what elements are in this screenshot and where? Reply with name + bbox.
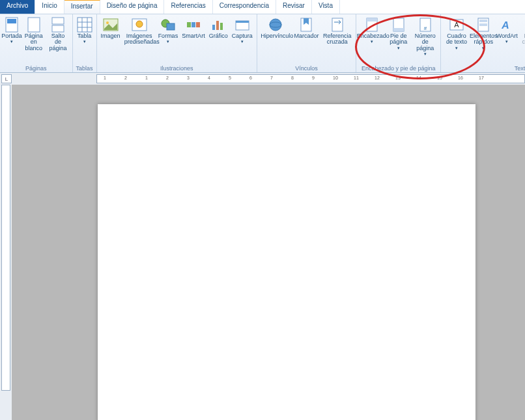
- hyperlink-icon: [268, 17, 283, 33]
- svg-rect-16: [187, 22, 191, 27]
- svg-rect-4: [52, 25, 64, 32]
- group-ilustraciones-label: Ilustraciones: [99, 64, 255, 72]
- group-tablas-label: Tablas: [75, 64, 94, 72]
- smartart-button[interactable]: SmartArt: [180, 16, 207, 64]
- chart-label: Gráfico: [209, 33, 228, 39]
- ribbon: Portada▾ Página en blanco Salto de págin…: [0, 14, 525, 73]
- vertical-ruler-area: [0, 85, 12, 420]
- document-page[interactable]: [98, 104, 475, 420]
- chart-icon: [210, 17, 226, 33]
- bookmark-label: Marcador: [294, 33, 319, 39]
- group-tablas: Tabla▾ Tablas: [73, 14, 97, 72]
- quickparts-button[interactable]: Elementos rápidos▾: [470, 16, 497, 64]
- clipart-button[interactable]: Imágenes prediseñadas: [122, 16, 156, 64]
- svg-text:A: A: [454, 21, 459, 29]
- table-label: Tabla: [78, 33, 92, 39]
- textbox-icon: A: [449, 17, 464, 33]
- hyperlink-label: Hipervínculo: [261, 33, 291, 39]
- wordart-button[interactable]: A WordArt▾: [497, 16, 517, 64]
- cover-page-label: Portada: [1, 33, 22, 39]
- clipart-label: Imágenes prediseñadas: [124, 33, 154, 46]
- svg-rect-15: [167, 23, 175, 30]
- tab-inicio[interactable]: Inicio: [35, 0, 64, 14]
- svg-rect-3: [52, 18, 64, 24]
- table-icon: [77, 17, 92, 33]
- tab-selector[interactable]: L: [1, 74, 12, 83]
- bookmark-icon: [298, 17, 314, 33]
- hyperlink-button[interactable]: Hipervínculo: [259, 16, 292, 64]
- screenshot-button[interactable]: Captura▾: [230, 16, 255, 64]
- quickparts-icon: [475, 17, 491, 33]
- picture-icon: [103, 17, 119, 33]
- clipart-icon: [132, 17, 147, 33]
- svg-rect-5: [78, 18, 92, 32]
- cover-page-button[interactable]: Portada▾: [2, 16, 21, 64]
- textbox-label: Cuadro de texto: [445, 33, 468, 46]
- tab-referencias[interactable]: Referencias: [164, 0, 212, 14]
- svg-rect-23: [236, 21, 249, 23]
- group-encpie-label: Encabezado y pie de página: [358, 64, 438, 72]
- crossref-label: Referencia cruzada: [322, 33, 352, 46]
- picture-label: Imagen: [101, 33, 121, 39]
- crossref-button[interactable]: Referencia cruzada: [320, 16, 354, 64]
- svg-rect-1: [7, 19, 16, 23]
- tab-revisar[interactable]: Revisar: [276, 0, 312, 14]
- svg-point-11: [106, 21, 109, 24]
- svg-text:A: A: [501, 19, 511, 31]
- screenshot-icon: [234, 17, 250, 33]
- crossref-icon: [330, 17, 345, 33]
- horizontal-ruler[interactable]: 121234567891011121314151617: [96, 74, 525, 83]
- page-break-button[interactable]: Salto de página: [46, 16, 70, 64]
- svg-rect-32: [393, 28, 404, 31]
- group-encpie: Encabezado▾ Pie de página▾ # Número de p…: [356, 14, 441, 72]
- tab-correspondencia[interactable]: Correspondencia: [213, 0, 276, 14]
- header-button[interactable]: Encabezado▾: [358, 16, 385, 64]
- pagenum-icon: #: [418, 17, 433, 33]
- tab-insertar[interactable]: Insertar: [64, 0, 100, 14]
- svg-rect-38: [479, 20, 487, 22]
- blank-page-icon: [26, 17, 42, 33]
- svg-rect-19: [212, 25, 215, 30]
- dropcap-icon: A: [523, 17, 525, 33]
- pagenum-label: Número de página: [414, 33, 436, 51]
- svg-point-24: [270, 19, 281, 31]
- group-paginas-label: Páginas: [2, 64, 70, 72]
- blank-page-label: Página en blanco: [23, 33, 44, 51]
- svg-rect-20: [216, 21, 219, 30]
- svg-rect-21: [220, 23, 223, 30]
- table-button[interactable]: Tabla▾: [75, 16, 94, 64]
- group-vinculos: Hipervínculo Marcador Referencia cruzada…: [257, 14, 357, 72]
- svg-rect-2: [28, 18, 40, 32]
- footer-label: Pie de página: [387, 33, 410, 46]
- svg-rect-18: [196, 22, 200, 27]
- picture-button[interactable]: Imagen: [99, 16, 122, 64]
- vertical-ruler[interactable]: [1, 85, 10, 391]
- group-ilustraciones: Imagen Imágenes prediseñadas Formas▾ Sma…: [97, 14, 257, 72]
- tab-diseno[interactable]: Diseño de página: [100, 0, 165, 14]
- wordart-label: WordArt: [496, 33, 518, 39]
- tab-vista[interactable]: Vista: [312, 0, 340, 14]
- svg-rect-17: [192, 22, 195, 27]
- footer-button[interactable]: Pie de página▾: [385, 16, 412, 64]
- pagenum-button[interactable]: # Número de página▾: [412, 16, 438, 64]
- shapes-button[interactable]: Formas▾: [156, 16, 180, 64]
- quickparts-label: Elementos rápidos: [470, 33, 498, 46]
- group-texto-label: Texto: [443, 64, 525, 72]
- dropcap-button[interactable]: A Letra capital▾: [517, 16, 525, 64]
- cover-page-icon: [4, 17, 20, 33]
- smartart-icon: [186, 17, 201, 33]
- blank-page-button[interactable]: Página en blanco: [21, 16, 46, 64]
- tab-file[interactable]: Archivo: [0, 0, 35, 14]
- svg-rect-28: [332, 18, 343, 31]
- chart-button[interactable]: Gráfico: [207, 16, 230, 64]
- bookmark-button[interactable]: Marcador: [292, 16, 320, 64]
- ruler-bar: L 121234567891011121314151617: [0, 73, 525, 85]
- shapes-label: Formas: [158, 33, 178, 39]
- group-texto: A Cuadro de texto▾ Elementos rápidos▾ A …: [441, 14, 525, 72]
- svg-point-13: [136, 21, 143, 27]
- textbox-button[interactable]: A Cuadro de texto▾: [443, 16, 470, 64]
- footer-icon: [391, 17, 406, 33]
- svg-rect-30: [367, 18, 377, 21]
- group-vinculos-label: Vínculos: [259, 64, 354, 72]
- page-break-label: Salto de página: [48, 33, 68, 51]
